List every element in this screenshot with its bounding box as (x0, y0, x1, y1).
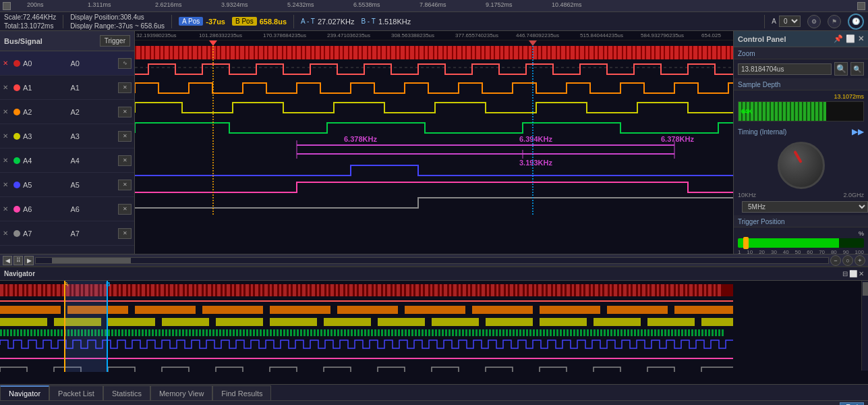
svg-text:6.378KHz: 6.378KHz (661, 135, 694, 143)
tab-find-results[interactable]: Find Results (212, 385, 271, 400)
zoom-plus-button[interactable]: + (855, 255, 865, 266)
svg-rect-462 (371, 329, 373, 336)
trigger-pos-bar[interactable] (738, 238, 864, 248)
svg-rect-26 (255, 46, 258, 59)
end-button[interactable]: End (840, 402, 864, 405)
sig-trigger-a4[interactable]: ✕ (118, 155, 132, 166)
freq-dropdown[interactable]: 5MHz (742, 201, 868, 213)
nav-panel-pin-icon[interactable]: ⊟ (842, 270, 848, 277)
svg-rect-334 (472, 306, 533, 314)
waveform-area[interactable]: 32.193980235us 101.286332235us 170.37868… (135, 31, 733, 254)
sig-remove-a7[interactable]: ✕ (3, 230, 11, 237)
sig-remove-a3[interactable]: ✕ (3, 132, 11, 140)
sig-remove-a5[interactable]: ✕ (3, 181, 11, 188)
nav-panel-expand-icon[interactable]: ⬜ (849, 270, 857, 277)
svg-rect-281 (510, 284, 513, 296)
channel-dropdown[interactable]: 0 (779, 16, 801, 27)
zoom-input[interactable] (738, 63, 832, 75)
svg-rect-318 (685, 284, 687, 296)
svg-rect-506 (519, 329, 521, 336)
svg-rect-322 (704, 284, 706, 296)
sig-label-a0: A0 (71, 59, 116, 68)
svg-rect-279 (500, 284, 504, 296)
svg-rect-65 (438, 46, 442, 59)
svg-rect-549 (664, 329, 666, 336)
sig-trigger-a2[interactable]: ✕ (118, 107, 132, 117)
svg-rect-59 (410, 46, 414, 59)
svg-rect-455 (347, 329, 349, 336)
clock-icon[interactable]: 🕐 (848, 14, 864, 30)
svg-rect-398 (155, 329, 157, 336)
ruler-scroll-left[interactable] (3, 2, 11, 10)
svg-rect-542 (641, 329, 643, 336)
svg-rect-89 (552, 46, 556, 59)
scroll-left-button[interactable]: ◀ (3, 256, 12, 265)
ruler-tick-6: 7.8646ms (419, 1, 446, 8)
signal-row-a4[interactable]: ✕ A4 A4 ✕ (0, 148, 134, 173)
zoom-minus-button[interactable]: − (830, 255, 841, 266)
zoom-reset-button[interactable]: ○ (842, 255, 853, 266)
ruler-scroll-right[interactable] (857, 2, 865, 10)
scroll-right-button[interactable]: ▶ (24, 256, 34, 265)
timing-expand-icon[interactable]: ▶▶ (852, 127, 864, 136)
signal-row-a5[interactable]: ✕ A5 A5 ✕ (0, 173, 134, 197)
svg-rect-359 (24, 329, 26, 336)
display-range: Display Range:-37us ~ 658.6us (70, 22, 165, 30)
settings-icon[interactable]: ⚙ (807, 15, 821, 28)
svg-rect-291 (557, 284, 560, 296)
signal-row-a0[interactable]: ✕ A0 A0 ∿ (0, 51, 134, 76)
nav-scrollbar[interactable] (861, 281, 868, 371)
tab-statistics[interactable]: Statistics (103, 385, 150, 400)
svg-rect-207 (161, 284, 164, 296)
zoom-out-button[interactable]: 🔍 (850, 62, 864, 76)
a-pos-badge: A Pos -37us (179, 17, 225, 26)
depth-64k-label: 64K (741, 108, 753, 115)
svg-rect-21 (231, 46, 235, 59)
svg-rect-554 (681, 329, 683, 336)
signal-row-a6[interactable]: ✕ A6 A6 ✕ (0, 197, 134, 221)
timing-knob[interactable] (778, 142, 825, 189)
sig-trigger-a6[interactable]: ✕ (118, 204, 132, 215)
svg-rect-332 (337, 306, 398, 314)
signal-row-a1[interactable]: ✕ A1 A1 ✕ (0, 76, 134, 100)
nav-panel-close-icon[interactable]: ✕ (859, 270, 864, 277)
svg-rect-527 (590, 329, 592, 336)
sig-trigger-a0[interactable]: ∿ (118, 58, 132, 69)
zoom-in-button[interactable]: 🔍 (834, 62, 848, 76)
svg-rect-99 (599, 46, 603, 59)
scroll-track[interactable] (35, 257, 829, 264)
scroll-thumb-handle[interactable]: ⠿ (13, 256, 23, 265)
trigger-button[interactable]: Trigger (100, 35, 130, 47)
cp-pin-icon[interactable]: 📌 (834, 34, 843, 43)
nav-waveform[interactable]: A B (0, 281, 859, 372)
sig-trigger-a7[interactable]: ✕ (118, 228, 132, 239)
svg-rect-242 (326, 284, 328, 296)
sig-label-a5: A5 (71, 181, 116, 189)
svg-rect-210 (175, 284, 177, 296)
sig-name-a0: A0 (23, 59, 68, 68)
svg-rect-244 (336, 284, 338, 296)
sig-trigger-a5[interactable]: ✕ (118, 180, 132, 190)
svg-rect-353 (3, 329, 5, 336)
tab-packet-list[interactable]: Packet List (49, 385, 103, 400)
sig-remove-a4[interactable]: ✕ (3, 157, 11, 164)
svg-rect-290 (553, 284, 555, 296)
sig-remove-a0[interactable]: ✕ (3, 59, 11, 67)
signal-row-a2[interactable]: ✕ A2 A2 ✕ (0, 100, 134, 124)
sig-trigger-a1[interactable]: ✕ (118, 82, 132, 93)
nav-selection-region[interactable] (64, 281, 108, 372)
cp-close-icon[interactable]: ✕ (858, 34, 864, 43)
sig-trigger-a3[interactable]: ✕ (118, 131, 132, 142)
signal-row-a7[interactable]: ✕ A7 A7 ✕ (0, 221, 134, 246)
sig-remove-a1[interactable]: ✕ (3, 84, 11, 91)
cp-float-icon[interactable]: ⬜ (846, 34, 855, 43)
signal-row-a3[interactable]: ✕ A3 A3 ✕ (0, 124, 134, 148)
nav-scroll-thumb[interactable] (863, 282, 868, 296)
svg-rect-108 (642, 46, 645, 59)
tab-navigator[interactable]: Navigator (0, 385, 49, 400)
tab-memory-view[interactable]: Memory View (150, 385, 212, 400)
sig-remove-a6[interactable]: ✕ (3, 205, 11, 213)
flag-icon[interactable]: ⚑ (828, 15, 841, 28)
sig-remove-a2[interactable]: ✕ (3, 108, 11, 115)
svg-rect-15 (202, 46, 206, 59)
